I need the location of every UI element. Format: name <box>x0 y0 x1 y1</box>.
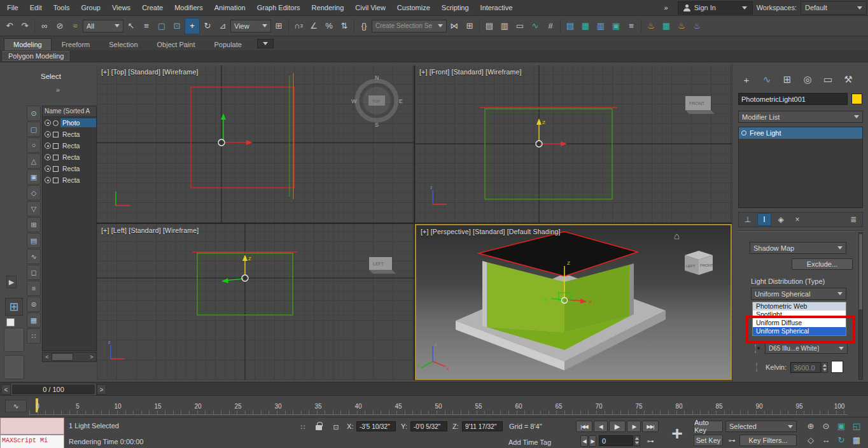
mini-curve-editor-icon[interactable]: ∿ <box>5 400 27 412</box>
menu-scripting[interactable]: Scripting <box>436 0 475 15</box>
display-spacewarps-icon[interactable]: ▽ <box>27 201 41 216</box>
display-groups-icon[interactable]: ⊞ <box>27 217 41 232</box>
render-iterative-icon[interactable]: ♨ <box>689 18 704 34</box>
visibility-eye-icon[interactable] <box>45 165 51 172</box>
angle-snap-icon[interactable]: ∠ <box>306 18 321 34</box>
named-selection-sets-dropdown[interactable]: Create Selection Se <box>372 20 447 32</box>
layout-tab-button[interactable] <box>4 355 24 379</box>
motion-tab-icon[interactable]: ◎ <box>799 71 816 88</box>
snaps-toggle-icon[interactable]: ∩3 <box>291 18 306 34</box>
maxscript-listener-label[interactable]: MAXScript Mi <box>0 435 64 448</box>
menu-tools[interactable]: Tools <box>48 0 76 15</box>
z-coordinate-field[interactable]: 9'11 17/32" <box>462 421 503 431</box>
isolate-selection-icon[interactable]: ▦ <box>578 18 593 34</box>
kelvin-spinner[interactable] <box>822 362 828 373</box>
viewport-label[interactable]: [+] [Top] [Standard] [Wireframe] <box>101 68 199 76</box>
display-materials-icon[interactable]: ▦ <box>27 312 41 328</box>
menu-animation[interactable]: Animation <box>209 0 251 15</box>
key-mode-toggle-icon[interactable]: ⊶ <box>644 435 657 447</box>
display-influences-icon[interactable]: ⊚ <box>27 297 41 312</box>
mirror-icon[interactable]: ⋈ <box>447 18 462 34</box>
list-item[interactable]: Recta <box>43 163 96 174</box>
scrollbar-thumb[interactable] <box>52 353 73 361</box>
window-crossing-icon[interactable]: ⊡ <box>169 18 185 34</box>
select-by-name-icon[interactable]: ≡ <box>139 18 154 34</box>
rendered-frame-window-icon[interactable]: ▦ <box>659 18 674 34</box>
visibility-eye-icon[interactable] <box>45 177 51 183</box>
viewport-compass[interactable]: TOP N W E S <box>351 74 403 128</box>
viewport-label[interactable]: [+] [Front] [Standard] [Wireframe] <box>419 68 522 76</box>
ribbon-minimize-button[interactable] <box>257 39 274 48</box>
pin-stack-icon[interactable]: ⊥ <box>741 213 755 226</box>
explorer-overflow-icon[interactable]: » <box>56 86 60 94</box>
move-gizmo[interactable] <box>218 113 253 146</box>
viewcube-front-face-label[interactable]: FRONT <box>700 263 713 267</box>
next-frame-button[interactable]: ▶ <box>589 435 596 447</box>
list-option-photometric-web[interactable]: Photometric Web <box>753 302 846 311</box>
previous-frame-button[interactable]: ◀ <box>580 435 588 447</box>
menu-file[interactable]: File <box>1 0 24 15</box>
play-button[interactable]: ▶ <box>609 421 626 432</box>
display-geometry-icon[interactable]: ▢ <box>27 122 41 137</box>
tab-object-paint[interactable]: Object Paint <box>148 39 204 50</box>
percent-snap-icon[interactable]: % <box>321 18 337 34</box>
tab-selection[interactable]: Selection <box>100 39 146 50</box>
state-sets-icon[interactable]: ▣ <box>608 18 624 34</box>
scroll-right-icon[interactable]: > <box>87 353 96 361</box>
time-slider-handle[interactable]: 0 / 100 <box>11 384 95 395</box>
color-preset-radio[interactable] <box>755 344 756 353</box>
selection-lock-icon[interactable] <box>313 420 325 431</box>
select-and-rotate-icon[interactable]: ↻ <box>200 18 215 34</box>
menu-graph-editors[interactable]: Graph Editors <box>251 0 306 15</box>
list-item[interactable]: Photo <box>43 117 96 129</box>
viewport-label[interactable]: [+] [Perspective] [Standard] [Default Sh… <box>421 228 561 235</box>
list-item[interactable]: Recta <box>43 151 96 163</box>
tab-modeling[interactable]: Modeling <box>4 38 52 50</box>
zoom-icon[interactable]: ⊕ <box>803 419 818 433</box>
reference-coordinate-dropdown[interactable]: View <box>230 20 271 32</box>
viewport-front[interactable]: Z z FRONT [+] [Front] [Standard] [Wirefr… <box>415 66 732 223</box>
rectangular-selection-region-icon[interactable]: ▢ <box>154 18 169 34</box>
current-frame-field[interactable]: 0 <box>599 435 633 446</box>
remove-modifier-icon[interactable]: × <box>790 213 804 226</box>
unlink-selection-icon[interactable]: ⊘ <box>52 18 67 34</box>
left-grip-cube[interactable]: LEFT <box>369 257 396 274</box>
utilities-tab-icon[interactable]: ⚒ <box>840 71 857 88</box>
modify-tab-icon[interactable]: ∿ <box>759 71 775 88</box>
stack-item-free-light[interactable]: Free Light <box>739 127 862 139</box>
go-to-end-button[interactable]: ▶▶| <box>642 421 659 432</box>
show-end-result-icon[interactable]: I <box>757 213 771 226</box>
list-item[interactable]: Recta <box>43 140 96 151</box>
light-distribution-dropdown[interactable]: Uniform Spherical <box>751 288 846 300</box>
toggle-layer-explorer-icon[interactable]: ▥ <box>497 18 512 34</box>
toggle-scene-explorer-icon[interactable]: ▤ <box>482 18 497 34</box>
lock-explorer-icon[interactable]: ∷ <box>27 328 41 344</box>
viewport-layout-tabs-icon[interactable]: ⊞ <box>5 298 23 316</box>
modifier-stack[interactable]: Free Light <box>738 127 863 208</box>
viewport-label[interactable]: [+] [Left] [Standard] [Wireframe] <box>101 227 199 234</box>
menu-views[interactable]: Views <box>106 0 136 15</box>
layout-tab-button[interactable] <box>4 328 24 352</box>
curve-editor-icon[interactable]: ∿ <box>528 18 543 34</box>
layout-preset-icon[interactable] <box>6 318 15 326</box>
absolute-offset-mode-icon[interactable]: ⊡ <box>330 421 342 433</box>
toggle-ribbon-icon[interactable]: ▭ <box>512 18 528 34</box>
exclude-button[interactable]: Exclude... <box>792 258 853 270</box>
spinner-snap-icon[interactable]: ⇅ <box>337 18 352 34</box>
object-name-field[interactable]: PhotometricLight001 <box>738 93 848 105</box>
select-filter-icon[interactable]: ⊙ <box>27 106 41 121</box>
hierarchy-tab-icon[interactable]: ⊞ <box>779 71 795 88</box>
create-tab-icon[interactable]: + <box>738 71 755 88</box>
compass-north-label[interactable]: N <box>375 74 379 81</box>
y-coordinate-field[interactable]: -0'0 5/32" <box>410 421 447 431</box>
scroll-left-icon[interactable]: < <box>43 353 52 361</box>
viewport-left[interactable]: Z z LEFT [+] [Left] [Standard] [Wirefram… <box>97 224 414 380</box>
display-containers-icon[interactable]: ◻ <box>27 265 41 280</box>
align-icon[interactable]: ⊞ <box>462 18 477 34</box>
isolate-selection-toggle-icon[interactable]: ∷ <box>297 421 309 433</box>
shadow-type-dropdown[interactable]: Shadow Map <box>750 242 846 254</box>
select-and-scale-icon[interactable]: ⊿ <box>215 18 230 34</box>
display-xrefs-icon[interactable]: ▤ <box>27 233 41 248</box>
orbit-icon[interactable]: ↻ <box>834 433 849 447</box>
selected-keying-dropdown[interactable]: Selected <box>725 421 797 432</box>
